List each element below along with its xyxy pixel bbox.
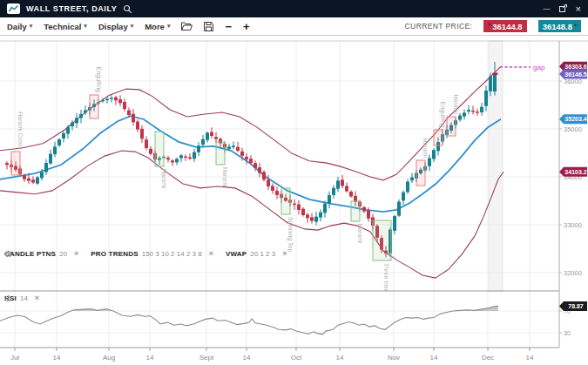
popout-icon[interactable] xyxy=(559,4,567,14)
price-badge-value: 36303.6 xyxy=(564,64,586,70)
zoom-out-icon[interactable]: − xyxy=(225,21,232,32)
pattern-box xyxy=(447,117,456,136)
candlestick-chart[interactable]: Harami CrossEngulfingHaramiHaramiSpinnin… xyxy=(0,36,588,365)
pattern-box xyxy=(155,132,164,166)
last-price-tick xyxy=(493,73,498,75)
instrument-title: WALL STREET, DAILY xyxy=(26,4,117,13)
x-axis-label: Sept xyxy=(199,354,214,362)
indicator-vwap: VWAP 20 1 2 3 × xyxy=(226,250,287,258)
rsi-indicator-row: RSI 14 × xyxy=(4,294,39,302)
pattern-label: Harami xyxy=(357,224,363,244)
pattern-label: Harami xyxy=(422,138,429,158)
y-axis-label: 32000 xyxy=(564,269,582,277)
price-badge-value: 36146.5 xyxy=(564,71,586,78)
menu-timeframe[interactable]: Daily▾ xyxy=(7,22,32,31)
search-icon[interactable] xyxy=(123,4,132,14)
chevron-down-icon: ▾ xyxy=(84,23,87,30)
remove-icon[interactable]: × xyxy=(74,250,78,258)
pattern-label: Harami xyxy=(453,94,459,114)
trading-app-window: WALL STREET, DAILY — × Daily▾ Technical▾… xyxy=(0,0,588,365)
arrow-down-icon: ▾ xyxy=(488,21,490,27)
remove-icon[interactable]: × xyxy=(282,250,287,258)
pattern-box xyxy=(351,201,360,221)
indicator-candle-ptns: CANDLE PTNS 20 × xyxy=(4,250,78,258)
indicator-pro-trends: PRO TRENDS 150 3 10 2 14 2 3 8 × xyxy=(91,250,213,258)
close-icon[interactable]: × xyxy=(576,4,581,14)
x-axis-label: 14 xyxy=(430,354,438,362)
x-axis-label: Nov xyxy=(388,354,400,362)
buy-price-button[interactable]: 36148.8 ▴ xyxy=(538,20,581,32)
pattern-box xyxy=(90,95,98,118)
current-price-label: CURRENT PRICE: xyxy=(405,22,473,30)
chart-area[interactable]: Harami CrossEngulfingHaramiHaramiSpinnin… xyxy=(0,36,588,365)
sell-price-button[interactable]: ▾ 36144.8 xyxy=(483,20,526,32)
toolbar: Daily▾ Technical▾ Display▾ More▾ − + CUR… xyxy=(0,17,588,36)
pattern-label: Spinning Top xyxy=(287,217,294,252)
pattern-box xyxy=(416,160,425,186)
buy-price-value: 36148.8 xyxy=(543,22,572,31)
x-axis-label: 14 xyxy=(53,354,61,362)
menu-more[interactable]: More▾ xyxy=(145,22,170,31)
x-axis-label: 14 xyxy=(526,354,534,362)
pattern-label: Harami xyxy=(161,169,167,189)
y-axis-label: 33000 xyxy=(564,221,582,229)
gap-label: gap xyxy=(533,64,545,71)
x-axis-label: Jul xyxy=(10,354,19,362)
pattern-box xyxy=(281,188,290,214)
pattern-label: Engulfing xyxy=(95,67,102,92)
remove-icon[interactable]: × xyxy=(35,294,39,302)
save-icon[interactable] xyxy=(204,22,213,31)
pattern-box xyxy=(373,220,391,260)
x-axis-label: Dec xyxy=(482,354,494,362)
price-badge-value: 35203.4 xyxy=(564,116,586,122)
pattern-label: Harami xyxy=(222,167,228,187)
pattern-box xyxy=(216,142,225,165)
pattern-box xyxy=(11,152,20,175)
open-folder-icon[interactable] xyxy=(181,22,193,30)
price-badge-value: 34103.2 xyxy=(564,169,586,175)
minimize-icon[interactable]: — xyxy=(544,5,551,12)
menu-technical[interactable]: Technical▾ xyxy=(44,22,87,31)
chevron-down-icon: ▾ xyxy=(30,23,33,30)
y-axis-label: 35000 xyxy=(564,125,582,133)
pattern-box xyxy=(434,130,443,145)
indicator-rsi: RSI 14 × xyxy=(4,294,39,302)
titlebar: WALL STREET, DAILY — × xyxy=(0,0,588,17)
x-axis-label: 14 xyxy=(336,354,344,362)
chart-logo-icon xyxy=(7,3,20,14)
pattern-label: Engulfing xyxy=(439,102,446,127)
chevron-down-icon: ▾ xyxy=(167,23,171,30)
rsi-badge-value: 78.87 xyxy=(568,303,584,309)
rsi-level-label: 30 xyxy=(564,330,571,336)
arrow-up-icon: ▴ xyxy=(574,21,577,27)
x-axis-label: Oct xyxy=(291,354,302,362)
main-indicator-row: CANDLE PTNS 20 × PRO TRENDS 150 3 10 2 1… xyxy=(4,250,287,258)
window-controls: — × xyxy=(544,4,581,14)
x-axis-label: Aug xyxy=(103,354,115,362)
menu-display[interactable]: Display▾ xyxy=(98,22,133,31)
zoom-in-icon[interactable]: + xyxy=(243,21,250,32)
chevron-down-icon: ▾ xyxy=(131,23,134,30)
pattern-label: Harami Cross xyxy=(17,112,24,149)
sell-price-value: 36144.8 xyxy=(492,22,522,31)
x-axis-label: 14 xyxy=(243,354,251,362)
remove-icon[interactable]: × xyxy=(209,250,213,258)
x-axis-label: 14 xyxy=(146,354,154,362)
